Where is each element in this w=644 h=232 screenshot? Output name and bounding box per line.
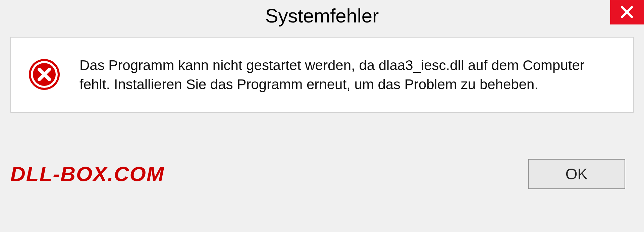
titlebar: Systemfehler [0, 0, 644, 31]
content-panel: Das Programm kann nicht gestartet werden… [10, 37, 634, 113]
error-dialog: Systemfehler Das Programm kann nicht ges… [0, 0, 644, 232]
watermark-text: DLL-BOX.COM [10, 162, 164, 186]
error-message: Das Programm kann nicht gestartet werden… [79, 56, 613, 94]
footer: DLL-BOX.COM OK [0, 113, 644, 232]
close-button[interactable] [610, 0, 644, 24]
ok-button-label: OK [566, 165, 588, 183]
dialog-title: Systemfehler [265, 0, 379, 27]
close-icon [619, 4, 635, 21]
error-icon [28, 58, 61, 93]
ok-button[interactable]: OK [528, 159, 625, 189]
